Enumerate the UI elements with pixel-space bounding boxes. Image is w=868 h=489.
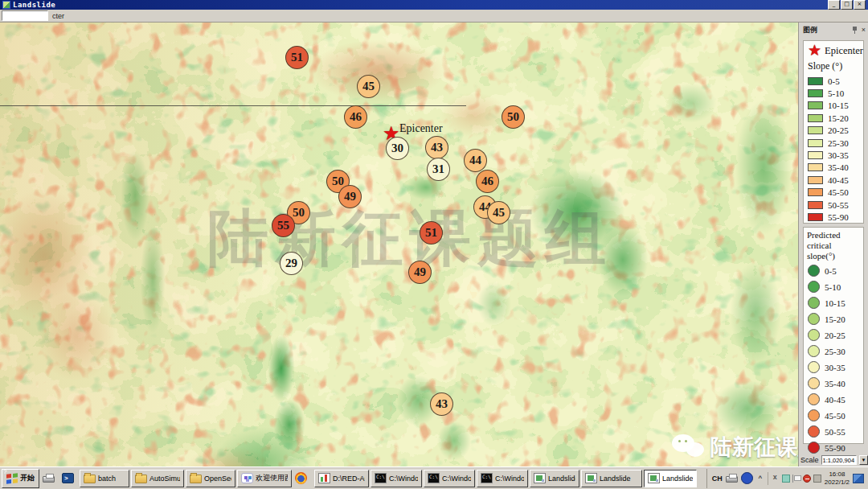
taskbar-item-cmd-window-2[interactable]: C:\Windows...	[424, 470, 475, 487]
map-icon	[534, 473, 546, 483]
slope-marker[interactable]: 46	[344, 105, 367, 129]
legend-class-row: 40-45	[804, 392, 863, 408]
slope-marker[interactable]: 44	[464, 149, 487, 172]
taskbar-item-cmd-window-1[interactable]: C:\Windows...	[371, 470, 422, 487]
toolbar-partial-text: cter	[52, 12, 64, 20]
legend-class-row: 20-25	[804, 327, 863, 343]
toolbar-combobox[interactable]	[2, 10, 48, 21]
legend-class-label: 25-30	[825, 347, 845, 356]
toolbar: cter	[0, 10, 868, 23]
folder-icon	[190, 475, 202, 483]
legend-class-label: 0-5	[825, 266, 837, 276]
firefox-icon	[295, 472, 307, 484]
slope-marker[interactable]: 50	[502, 105, 525, 129]
slope-marker[interactable]: 51	[285, 46, 309, 69]
legend-class-label: 20-25	[828, 125, 849, 135]
tray-help-globe-icon[interactable]	[741, 472, 753, 484]
legend-swatch	[808, 139, 823, 147]
taskbar-item-label: Landslide	[600, 475, 631, 483]
taskbar-item-label: C:\Windows...	[389, 475, 418, 483]
scale-input[interactable]: 1:1,020,904	[821, 455, 858, 465]
slope-marker[interactable]: 45	[357, 75, 380, 98]
legend-class-row: 50-55	[804, 424, 863, 440]
slope-marker[interactable]: 43	[425, 136, 448, 159]
window-title: Landslide	[13, 1, 55, 9]
legend-class-row: 35-40	[804, 162, 863, 174]
system-tray: CH ^ 16:08 2022/1/2	[706, 469, 866, 488]
powershell-icon	[62, 473, 74, 483]
legend-class-label: 55-90	[828, 212, 849, 222]
legend-class-row: 30-35	[804, 149, 863, 161]
taskbar-item-powershell[interactable]	[60, 470, 78, 487]
legend-swatch	[808, 126, 823, 134]
legend-class-row: 45-50	[804, 408, 863, 424]
legend-dot	[808, 297, 820, 309]
taskbar-item-printer[interactable]	[41, 470, 59, 487]
slope-legend: ★ Epicenter Slope (°) 0-55-1010-1515-202…	[803, 40, 864, 224]
legend-class-row: 5-10	[804, 87, 863, 99]
clock[interactable]: 16:08 2022/1/2	[825, 471, 850, 486]
slope-marker[interactable]: 49	[338, 185, 362, 208]
taskbar-item-label: D:\RED-ACT...	[333, 475, 365, 483]
legend-class-row: 20-25	[804, 125, 863, 137]
taskbar-item-landslide-active[interactable]: Landslide	[644, 470, 697, 487]
tray-red-mute-icon[interactable]	[803, 475, 811, 483]
taskbar-item-landslide-1[interactable]: Landslide	[530, 470, 579, 487]
tray-printer-icon[interactable]	[726, 476, 738, 483]
legend-class-label: 5-10	[825, 282, 841, 292]
slope-marker[interactable]: 45	[487, 201, 510, 224]
slope-marker[interactable]: 49	[408, 261, 432, 284]
taskbar-item-welcome-app[interactable]: 欢迎使用西...	[237, 470, 292, 487]
taskbar-item-label: C:\Windows...	[442, 475, 471, 483]
cmd-icon	[428, 473, 440, 483]
taskbar-item-firefox[interactable]	[293, 470, 313, 487]
pin-icon[interactable]	[852, 27, 858, 34]
folder-icon	[135, 475, 147, 483]
legend-panel-title: 图例	[803, 25, 817, 35]
legend-class-row: 25-30	[804, 343, 863, 360]
taskbar-item-red-act[interactable]: D:\RED-ACT...	[314, 470, 369, 487]
tray-flag-icon[interactable]	[792, 475, 800, 483]
slope-marker[interactable]: 55	[272, 214, 295, 237]
minimize-button[interactable]: _	[828, 0, 840, 10]
legend-class-row: 55-90	[804, 440, 863, 456]
legend-class-row: 15-20	[804, 112, 863, 124]
close-button[interactable]: ×	[854, 0, 866, 10]
taskbar-item-landslide-2[interactable]: Landslide	[581, 470, 642, 487]
slope-marker[interactable]: 30	[386, 137, 409, 160]
map-canvas[interactable]: 陆新征课题组 ★ Epicenter 514546504330443150464…	[0, 23, 798, 466]
legend-class-row: 25-30	[804, 137, 863, 149]
legend-swatch	[808, 101, 823, 109]
slope-marker[interactable]: 29	[280, 252, 303, 275]
taskbar-item-folder-opensees[interactable]: OpenSees	[186, 470, 235, 487]
legend-class-row: 5-10	[804, 279, 863, 295]
language-indicator[interactable]: CH	[712, 475, 723, 483]
slope-marker[interactable]: 46	[476, 170, 499, 193]
map-icon	[648, 473, 660, 483]
chevron-up-icon[interactable]: ^	[756, 473, 764, 483]
taskbar-item-folder-batch[interactable]: batch	[80, 470, 129, 487]
slope-marker[interactable]: 43	[430, 392, 453, 416]
molecule-icon	[241, 473, 253, 483]
legend-dot	[808, 313, 820, 325]
taskbar-item-folder-autosimula[interactable]: AutoSimula...	[131, 470, 184, 487]
tray-x-icon[interactable]	[772, 475, 780, 483]
tray-speaker-icon[interactable]	[813, 475, 821, 483]
legend-class-row: 15-20	[804, 311, 863, 327]
legend-dot	[808, 377, 820, 389]
legend-class-row: 50-55	[804, 199, 863, 211]
taskbar-item-cmd-window-3[interactable]: C:\Windows...	[477, 470, 528, 487]
legend-class-label: 30-35	[825, 363, 845, 372]
scale-control: Scale 1:1,020,904 ▼	[800, 454, 868, 466]
slope-marker[interactable]: 31	[427, 158, 450, 181]
legend-close-icon[interactable]: ×	[862, 27, 866, 34]
taskbar-item-label: Landslide	[662, 475, 693, 483]
legend-class-label: 10-15	[828, 101, 849, 110]
maximize-button[interactable]: □	[841, 0, 853, 10]
scale-dropdown-icon[interactable]: ▼	[859, 455, 868, 465]
tray-blue-flag-icon[interactable]	[853, 474, 864, 483]
start-button[interactable]: 开始	[2, 469, 39, 488]
legend-class-label: 40-45	[828, 175, 849, 185]
slope-marker[interactable]: 51	[420, 221, 443, 244]
tray-green-app-icon[interactable]	[782, 475, 790, 483]
